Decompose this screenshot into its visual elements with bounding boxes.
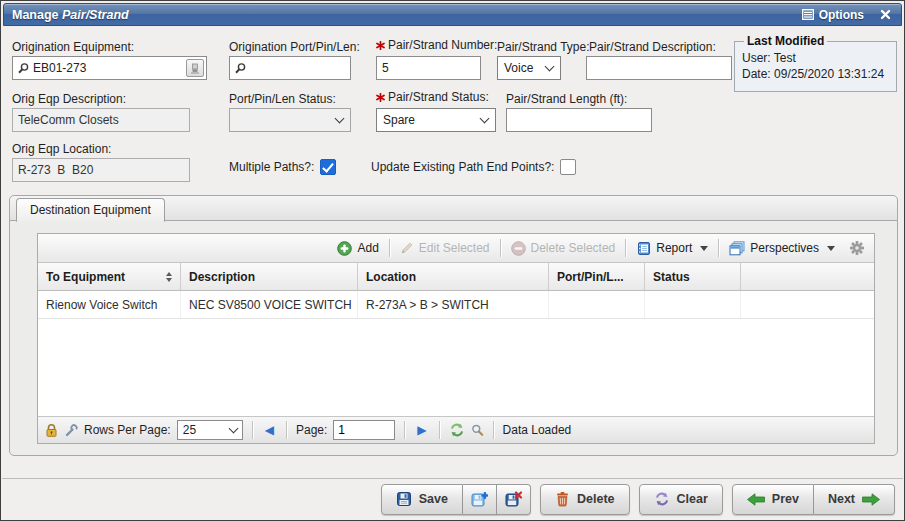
- title-bar: Manage Pair/Strand Options: [3, 3, 902, 26]
- last-modified-title: Last Modified: [744, 34, 827, 48]
- column-header-location[interactable]: Location: [358, 263, 549, 290]
- port-pin-len-status-label: Port/Pin/Len Status:: [229, 92, 336, 106]
- chevron-down-icon: [480, 113, 490, 123]
- sort-arrows-icon: [166, 272, 172, 282]
- pair-strand-status-select[interactable]: Spare: [376, 108, 496, 132]
- port-pin-len-status-select[interactable]: [229, 108, 351, 132]
- delete-selected-button[interactable]: Delete Selected: [504, 238, 623, 259]
- grid-settings-button[interactable]: [842, 238, 868, 258]
- tab-destination-equipment[interactable]: Destination Equipment: [16, 198, 165, 222]
- dropdown-caret-icon: [700, 246, 708, 251]
- report-notebook-icon: [636, 241, 651, 256]
- pager-status: Data Loaded: [503, 423, 572, 437]
- prev-button[interactable]: Prev: [732, 484, 814, 515]
- prev-arrow-icon: [747, 493, 765, 506]
- pager-separator: [286, 421, 287, 439]
- cell-location: R-273A > B > SWITCH: [358, 291, 549, 318]
- origination-port-label: Origination Port/Pin/Len:: [229, 40, 360, 54]
- add-button[interactable]: Add: [330, 238, 385, 259]
- rows-per-page-select[interactable]: 25: [177, 420, 243, 440]
- origination-equipment-field[interactable]: [12, 56, 207, 80]
- origination-equipment-input[interactable]: [33, 57, 183, 79]
- delete-button[interactable]: Delete: [540, 484, 630, 515]
- pair-strand-description-input[interactable]: [586, 56, 732, 80]
- search-icon: [17, 62, 30, 75]
- origination-port-input[interactable]: [250, 57, 348, 79]
- cell-description: NEC SV8500 VOICE SWITCH: [181, 291, 358, 318]
- report-button[interactable]: Report: [629, 238, 715, 259]
- prev-next-group: Prev Next: [732, 484, 895, 515]
- destination-panel: Destination Equipment Add Edit Selected …: [9, 195, 898, 456]
- chevron-down-icon: [228, 423, 238, 433]
- options-list-icon: [802, 9, 814, 20]
- pair-strand-status-label: Pair/Strand Status:: [376, 90, 489, 104]
- last-modified-user: User: Test: [742, 51, 889, 65]
- pair-strand-length-input[interactable]: [506, 108, 652, 132]
- perspectives-layers-icon: [729, 241, 745, 256]
- clear-button[interactable]: Clear: [639, 484, 723, 515]
- orig-eqp-location-label: Orig Eqp Location:: [12, 142, 111, 156]
- origination-equipment-label: Origination Equipment:: [12, 40, 134, 54]
- next-page-arrow[interactable]: ▶: [414, 424, 429, 436]
- toolbar-separator: [500, 239, 501, 257]
- multiple-paths-checkbox[interactable]: [320, 159, 336, 175]
- last-modified-date: Date: 09/25/2020 13:31:24: [742, 67, 889, 81]
- search-icon: [234, 62, 247, 75]
- manage-pair-strand-window: Manage Pair/Strand Options Origination E…: [0, 0, 905, 521]
- required-icon: [376, 93, 385, 102]
- cell-status: [645, 291, 741, 318]
- orig-eqp-description-label: Orig Eqp Description:: [12, 92, 126, 106]
- next-button[interactable]: Next: [814, 484, 895, 515]
- dropdown-caret-icon: [827, 246, 835, 251]
- pager-separator: [252, 421, 253, 439]
- pair-strand-number-label: Pair/Strand Number:: [376, 38, 497, 52]
- lock-icon: [45, 423, 58, 437]
- edit-selected-button[interactable]: Edit Selected: [393, 238, 497, 258]
- pager-separator: [439, 421, 440, 439]
- multiple-paths-label: Multiple Paths?:: [229, 160, 314, 174]
- options-button[interactable]: Options: [802, 8, 864, 22]
- destination-grid: Add Edit Selected Delete Selected Report: [37, 233, 875, 444]
- pair-strand-description-label: Pair/Strand Description:: [589, 40, 716, 54]
- column-header-to-equipment[interactable]: To Equipment: [38, 263, 181, 290]
- search-icon[interactable]: [471, 424, 484, 437]
- refresh-icon[interactable]: [449, 423, 465, 437]
- save-close-icon: [505, 491, 522, 508]
- save-button[interactable]: Save: [381, 484, 463, 515]
- trash-icon: [555, 491, 570, 507]
- clear-field-button[interactable]: [186, 59, 204, 77]
- multiple-paths-row: Multiple Paths?:: [229, 159, 336, 175]
- next-arrow-icon: [862, 493, 880, 506]
- table-row[interactable]: Rienow Voice Switch NEC SV8500 VOICE SWI…: [38, 291, 874, 319]
- pager-separator: [404, 421, 405, 439]
- pencil-icon: [400, 241, 414, 255]
- orig-eqp-description-field: [12, 108, 190, 132]
- column-header-port-pin[interactable]: Port/Pin/L...: [549, 263, 645, 290]
- pair-strand-length-label: Pair/Strand Length (ft):: [506, 92, 627, 106]
- prev-page-arrow[interactable]: ◀: [262, 424, 277, 436]
- eraser-icon: [190, 63, 200, 74]
- pair-strand-type-select[interactable]: Voice: [497, 56, 561, 80]
- origination-port-field[interactable]: [229, 56, 351, 80]
- wrench-icon[interactable]: [64, 424, 78, 437]
- perspectives-button[interactable]: Perspectives: [722, 238, 842, 259]
- save-and-close-button[interactable]: [497, 484, 531, 515]
- update-existing-checkbox[interactable]: [560, 159, 576, 175]
- page-input[interactable]: [333, 420, 395, 440]
- column-header-description[interactable]: Description: [181, 263, 358, 290]
- pair-strand-type-label: Pair/Strand Type:: [497, 40, 590, 54]
- clear-refresh-icon: [654, 492, 670, 506]
- options-label: Options: [819, 8, 864, 22]
- save-floppy-icon: [396, 491, 412, 507]
- close-button[interactable]: [878, 7, 893, 22]
- window-title: Manage Pair/Strand: [12, 8, 129, 22]
- grid-pager: Rows Per Page: 25 ◀ Page: ▶ Data Loaded: [38, 416, 874, 443]
- save-and-new-button[interactable]: [463, 484, 497, 515]
- gear-icon: [850, 241, 864, 255]
- grid-toolbar: Add Edit Selected Delete Selected Report: [38, 234, 874, 263]
- column-header-blank: [741, 263, 874, 290]
- cell-blank: [741, 291, 874, 318]
- pair-strand-number-input[interactable]: [376, 56, 481, 80]
- table-empty-area: [38, 319, 874, 416]
- column-header-status[interactable]: Status: [645, 263, 741, 290]
